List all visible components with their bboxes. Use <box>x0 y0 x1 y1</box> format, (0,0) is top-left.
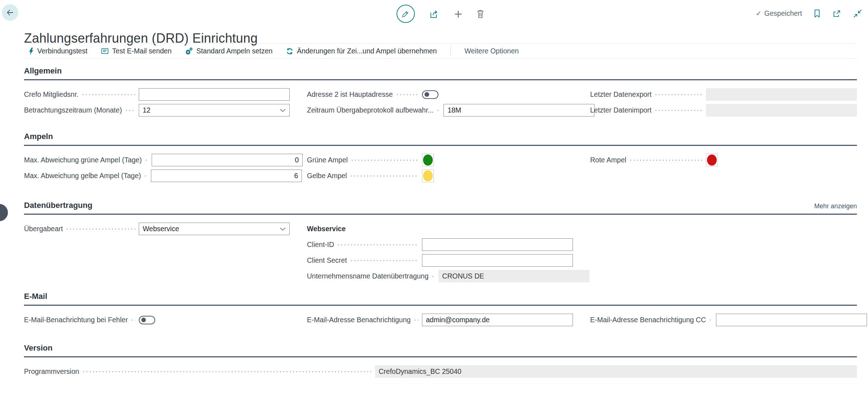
webservice-group-title: Webservice <box>307 223 573 235</box>
pencil-icon <box>402 10 410 18</box>
section-title-version[interactable]: Version <box>24 343 52 353</box>
toggle-knob <box>424 92 429 97</box>
field-label: Letzter Datenexport <box>590 90 651 99</box>
action-label: Test E-Mail senden <box>112 47 172 55</box>
actionbar-divider <box>450 47 451 56</box>
action-aenderungen-uebernehmen[interactable]: Änderungen für Zei...und Ampel übernehme… <box>286 47 437 55</box>
dotted-leader <box>396 94 418 95</box>
field-letzter-datenexport: Letzter Datenexport <box>590 88 857 101</box>
field-max-abweichung-gelb: Max. Abweichung gelbe Ampel (Tage) <box>24 170 290 182</box>
share-icon <box>429 9 440 19</box>
field-email-adresse-benachrichtigung-cc: E-Mail-Adresse Benachrichtigung CC <box>590 314 857 326</box>
collapse-button[interactable] <box>853 9 862 18</box>
field-uebergabeart: Übergabeart <box>24 223 290 235</box>
action-standard-ampeln-setzen[interactable]: Standard Ampeln setzen <box>185 47 272 55</box>
section-title-allgemein[interactable]: Allgemein <box>24 66 62 76</box>
dotted-leader <box>431 276 435 277</box>
section-title-ampeln[interactable]: Ampeln <box>24 132 53 141</box>
mehr-anzeigen-link[interactable]: Mehr anzeigen <box>814 203 857 210</box>
dotted-leader <box>436 110 440 111</box>
field-label: Letzter Datenimport <box>590 106 651 114</box>
field-label: Übergabeart <box>24 225 63 233</box>
section-title-datenuebertragung[interactable]: Datenübertragung <box>24 201 93 210</box>
dotted-leader <box>131 319 135 321</box>
field-label: Client-ID <box>307 241 334 249</box>
bookmark-button[interactable] <box>814 9 821 18</box>
adresse2-toggle[interactable] <box>422 90 438 99</box>
record-toolbar: + <box>397 5 484 23</box>
dotted-leader <box>654 94 702 95</box>
field-label: Gelbe Ampel <box>307 172 347 180</box>
field-unternehmensname: Unternehmensname Datenübertragung CRONUS… <box>307 270 573 282</box>
betrachtungszeitraum-select[interactable] <box>139 104 290 116</box>
top-bar: + ✓ Gespeichert <box>0 0 868 27</box>
field-label: E-Mail-Adresse Benachrichtigung <box>307 316 411 324</box>
dotted-leader <box>82 371 371 372</box>
email-adresse-cc-input[interactable] <box>716 314 867 326</box>
side-panel-handle[interactable] <box>0 204 8 221</box>
email-adresse-input[interactable] <box>422 314 573 326</box>
field-letzter-datenimport: Letzter Datenimport <box>590 104 857 116</box>
section-version: Version Programmversion CrefoDynamics_BC… <box>24 343 857 381</box>
gruene-ampel-swatch[interactable] <box>422 153 434 167</box>
max-abweichung-gelb-input[interactable] <box>151 170 302 182</box>
dotted-leader <box>413 319 418 321</box>
share-button[interactable] <box>429 9 440 19</box>
max-abweichung-gruen-input[interactable] <box>152 154 303 166</box>
section-email-header: E-Mail <box>24 292 857 306</box>
field-label: E-Mail-Benachrichtung bei Fehler <box>24 316 128 324</box>
field-label: E-Mail-Adresse Benachrichtigung CC <box>590 316 706 324</box>
section-ampeln-header: Ampeln <box>24 132 857 146</box>
dotted-leader <box>350 175 418 177</box>
section-email: E-Mail E-Mail-Benachrichtung bei Fehler … <box>24 292 857 329</box>
uebergabeart-select[interactable] <box>139 223 290 235</box>
new-button[interactable]: + <box>454 7 462 21</box>
field-label: Crefo Mitgliedsnr. <box>24 90 79 99</box>
dotted-leader <box>709 319 712 321</box>
field-label: Max. Abweichung gelbe Ampel (Tage) <box>24 172 141 180</box>
dotted-leader <box>144 175 147 177</box>
open-in-new-window-button[interactable] <box>832 9 841 18</box>
back-button[interactable] <box>2 4 18 21</box>
save-status: ✓ Gespeichert <box>756 9 802 18</box>
client-secret-input[interactable] <box>422 254 573 267</box>
edit-button[interactable] <box>397 5 415 23</box>
save-status-label: Gespeichert <box>764 9 802 18</box>
field-gelbe-ampel: Gelbe Ampel <box>307 170 573 182</box>
arrow-left-icon <box>6 8 14 17</box>
dotted-leader <box>337 244 418 246</box>
bookmark-icon <box>814 9 821 18</box>
field-label: Programmversion <box>24 367 79 376</box>
action-test-email-senden[interactable]: Test E-Mail senden <box>101 47 172 55</box>
letzter-datenexport-value <box>706 88 857 101</box>
unternehmensname-value: CRONUS DE <box>438 270 589 282</box>
refresh-icon <box>286 48 293 55</box>
field-label: Client Secret <box>307 256 347 265</box>
rote-ampel-swatch[interactable] <box>706 153 718 167</box>
crefo-mitgliedsnr-input[interactable] <box>139 88 290 101</box>
more-options-button[interactable]: Weitere Optionen <box>464 47 518 55</box>
field-email-adresse-benachrichtigung: E-Mail-Adresse Benachrichtigung <box>307 314 573 326</box>
dotted-leader <box>629 160 702 161</box>
action-verbindungstest[interactable]: Verbindungstest <box>29 47 87 55</box>
client-id-input[interactable] <box>422 238 573 251</box>
page-controls: ✓ Gespeichert <box>756 0 862 27</box>
dotted-leader <box>350 260 418 261</box>
field-label: Unternehmensname Datenübertragung <box>307 272 428 280</box>
field-email-benachrichtigung-fehler: E-Mail-Benachrichtung bei Fehler <box>24 314 290 326</box>
field-client-id: Client-ID <box>307 238 573 251</box>
field-client-secret: Client Secret <box>307 254 573 267</box>
dotted-leader <box>81 94 135 95</box>
delete-button[interactable] <box>476 9 484 19</box>
section-title-email[interactable]: E-Mail <box>24 292 47 301</box>
dotted-leader <box>144 160 148 161</box>
section-datenuebertragung: Datenübertragung Mehr anzeigen Übergabea… <box>24 201 857 286</box>
gelbe-ampel-swatch[interactable] <box>422 169 434 182</box>
field-label: Adresse 2 ist Hauptadresse <box>307 90 393 99</box>
gears-icon <box>185 47 193 55</box>
zeitraum-protokoll-input[interactable] <box>444 104 594 116</box>
email-benachrichtigung-toggle[interactable] <box>139 316 155 324</box>
action-label: Änderungen für Zei...und Ampel übernehme… <box>297 47 437 55</box>
dotted-leader <box>654 110 702 111</box>
yellow-dot <box>423 170 433 181</box>
